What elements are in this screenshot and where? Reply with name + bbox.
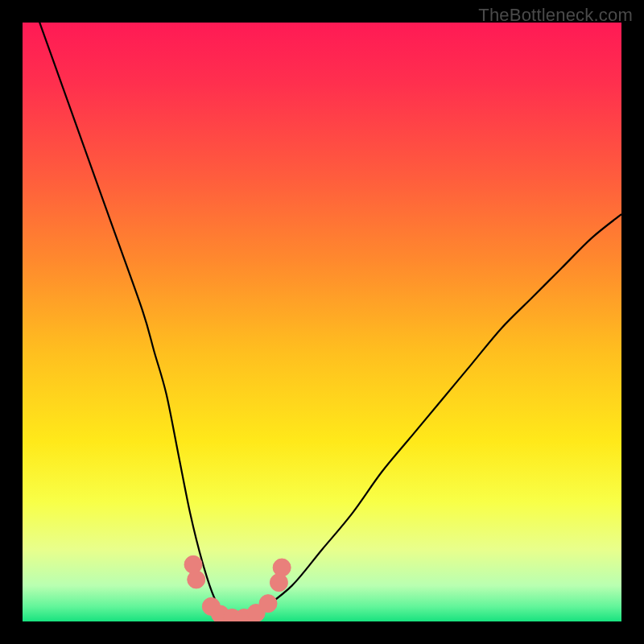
curve-marker <box>184 555 202 573</box>
bottleneck-chart <box>23 23 621 621</box>
curve-marker <box>273 559 291 576</box>
chart-frame: TheBottleneck.com <box>0 0 644 644</box>
curve-marker <box>270 574 287 592</box>
curve-marker <box>259 595 277 613</box>
curve-marker <box>188 571 205 588</box>
gradient-background <box>23 23 621 621</box>
plot-area <box>23 23 621 621</box>
